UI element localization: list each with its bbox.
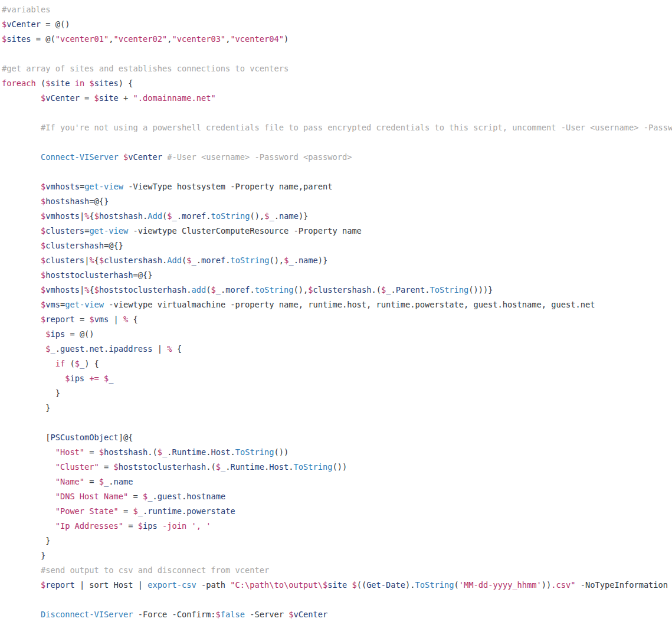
- code-token-id: Get-Date: [366, 580, 405, 590]
- code-line: }: [2, 548, 672, 563]
- code-token-st: 'MM-dd-yyyy_hhmm': [459, 580, 542, 590]
- code-token-st: "vcenter01": [55, 34, 109, 44]
- code-token-st: "vcenter03": [172, 34, 225, 44]
- code-token-kw: $: [99, 256, 104, 265]
- code-token-kw: $: [323, 580, 327, 590]
- code-token-pl: .: [230, 447, 235, 457]
- code-token-pl: [162, 152, 167, 162]
- code-token-fn: Disconnect-VIServer: [41, 610, 133, 619]
- code-token-pl: [99, 374, 104, 383]
- code-token-id: hostshash: [45, 197, 89, 206]
- code-token-id: vCenter: [45, 93, 80, 103]
- code-token-st: "C:\path\to\output\: [230, 580, 323, 590]
- code-token-kw: $: [75, 359, 80, 368]
- code-token-pl: =@{}: [133, 270, 153, 280]
- code-token-pl: (: [65, 359, 74, 368]
- code-token-id: vCenter: [128, 152, 162, 162]
- code-line: $vmhosts=get-view -ViewType hostsystem -…: [2, 179, 672, 194]
- code-token-id: ips: [50, 329, 65, 339]
- code-line: #get array of sites and establishes conn…: [2, 61, 672, 76]
- code-token-pl: ) {: [84, 359, 99, 368]
- code-token-pl: |: [109, 315, 123, 324]
- code-token-kw: $: [41, 315, 45, 324]
- code-token-pl: ()): [274, 447, 289, 457]
- code-token-id: clustershash: [104, 256, 162, 265]
- code-token-id: report: [45, 580, 74, 590]
- code-token-pl: [2, 565, 41, 575]
- code-token-st: .csv": [551, 580, 575, 590]
- code-line: $report = $vms | % {: [2, 312, 672, 327]
- code-token-pl: -viewtype virtualmachine -property name,…: [104, 300, 595, 309]
- code-token-pl: .: [55, 344, 60, 354]
- code-token-pl: =: [128, 492, 143, 501]
- code-token-fn: get-view: [84, 182, 123, 191]
- code-line: }: [2, 401, 672, 415]
- code-token-kw: %: [89, 256, 94, 265]
- code-token-kw: $: [2, 34, 6, 44]
- code-token-id: vCenter: [6, 19, 41, 29]
- code-token-id: vms: [94, 315, 109, 324]
- code-token-id: PSCustomObject: [50, 433, 118, 442]
- code-token-pl: =: [99, 462, 114, 472]
- code-token-id: _: [269, 211, 274, 221]
- code-line: #If you're not using a powershell creden…: [2, 120, 672, 135]
- code-token-pl: = @(: [31, 34, 55, 44]
- code-token-pl: [2, 197, 41, 206]
- code-token-pl: =@{}: [89, 197, 109, 206]
- code-token-pl: }: [2, 551, 45, 560]
- code-token-id: moref: [182, 211, 206, 221]
- code-token-pl: =: [80, 182, 84, 191]
- code-token-pl: -path: [196, 580, 231, 590]
- code-token-id: moref: [201, 256, 225, 265]
- code-token-kw: in: [75, 78, 84, 88]
- code-token-st: "Ip Addresses": [55, 521, 123, 531]
- code-line: [2, 415, 672, 430]
- code-token-pl: {: [128, 315, 137, 324]
- code-token-pl: [2, 152, 41, 162]
- code-token-fn: export-csv: [147, 580, 196, 590]
- code-token-pl: {: [89, 211, 94, 221]
- code-token-pl: |: [80, 285, 84, 294]
- code-line: [PSCustomObject]@{: [2, 430, 672, 445]
- code-token-kw: $: [158, 447, 162, 457]
- code-token-pl: -NoTypeInformation: [576, 580, 668, 590]
- code-token-pl: {: [94, 256, 99, 265]
- code-token-pl: [2, 123, 41, 132]
- code-token-pl: -Force -Confirm:: [133, 610, 216, 619]
- code-line: $hostshash=@{}: [2, 194, 672, 209]
- code-token-pl: [2, 359, 55, 368]
- code-token-pl: )}: [318, 256, 327, 265]
- code-token-id: name: [114, 477, 133, 486]
- code-token-id: sites: [6, 34, 31, 44]
- code-token-st: ', ': [191, 521, 211, 531]
- code-token-kw: $: [381, 285, 386, 294]
- code-token-pl: (: [182, 256, 186, 265]
- code-token-st: "Host": [55, 447, 84, 457]
- code-token-kw: $: [94, 285, 99, 294]
- code-token-pl: =: [84, 477, 99, 486]
- code-token-cm: #variables: [2, 5, 50, 14]
- code-token-id: _: [289, 256, 293, 265]
- code-token-pl: -Server: [245, 610, 289, 619]
- code-token-pl: (),: [269, 256, 284, 265]
- code-line: $clustershash=@{}: [2, 238, 672, 253]
- code-token-kw: $: [308, 285, 313, 294]
- code-line: $sites = @("vcenter01","vcenter02","vcen…: [2, 32, 672, 47]
- code-token-id: _: [80, 359, 84, 368]
- code-token-pl: [2, 241, 41, 250]
- code-token-id: hostname: [186, 492, 225, 501]
- code-token-pl: ()): [332, 462, 347, 472]
- code-token-id: clustershash: [313, 285, 372, 294]
- code-token-pl: .: [221, 285, 225, 294]
- code-token-pl: ).: [405, 580, 415, 590]
- code-token-kw: $: [167, 211, 172, 221]
- code-token-pl: =: [84, 447, 99, 457]
- code-token-fn: toString: [230, 256, 269, 265]
- code-token-pl: [2, 256, 41, 265]
- code-token-id: sites: [94, 78, 119, 88]
- code-token-pl: [2, 521, 55, 531]
- code-token-pl: | sort Host |: [75, 580, 148, 590]
- code-token-pl: [2, 506, 55, 516]
- code-token-st: "Cluster": [55, 462, 99, 472]
- code-line: $vCenter = @(): [2, 17, 672, 32]
